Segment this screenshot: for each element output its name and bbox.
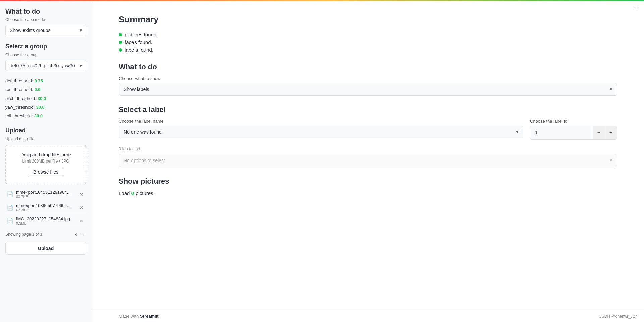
group-select[interactable]: det0.75_rec0.6_pitch30_yaw30_rol... [5, 60, 86, 71]
summary-list: pictures found. faces found. labels foun… [119, 31, 617, 53]
upload-section: Upload Upload a jpg file Drag and drop f… [5, 127, 86, 255]
file-icon-1: 📄 [7, 204, 13, 211]
load-count: 0 [131, 190, 134, 196]
label-id-wrapper: 1 − + [530, 126, 617, 140]
sidebar: What to do Choose the app mode Show exis… [0, 1, 92, 322]
group-select-wrapper: det0.75_rec0.6_pitch30_yaw30_rol... ▼ [5, 60, 86, 71]
sidebar-title: What to do [5, 8, 86, 15]
yaw-threshold-val: 30.0 [36, 103, 44, 112]
label-name-select[interactable]: No one was found [119, 126, 523, 138]
label-row: Choose the label name No one was found ▼… [119, 119, 617, 146]
file-icon-2: 📄 [7, 218, 13, 224]
load-text-post: pictures. [134, 190, 155, 196]
footer-streamlit-link[interactable]: Streamlit [140, 314, 159, 319]
select-label-title: Select a label [119, 105, 617, 114]
summary-text-2: labels found. [125, 47, 153, 53]
summary-item-1: faces found. [119, 39, 617, 45]
file-name-1: mmexport1639650779604.... [16, 203, 75, 208]
main-content: Summary pictures found. faces found. lab… [92, 1, 644, 322]
footer: Made with Streamlit [92, 310, 644, 322]
upload-button[interactable]: Upload [5, 242, 86, 255]
upload-heading: Upload [5, 127, 86, 134]
file-name-0: mmexport1645511291984.... [16, 190, 75, 195]
csdn-badge: CSDN @chenwr_727 [599, 314, 637, 319]
yaw-threshold-key: yaw_threshold: [5, 103, 35, 112]
label-id-value: 1 [530, 130, 593, 135]
no-options-select-wrapper: No options to select. ▼ [119, 154, 617, 167]
id-increment-button[interactable]: + [605, 126, 617, 139]
summary-item-0: pictures found. [119, 31, 617, 37]
load-text: Load 0 pictures. [119, 190, 617, 196]
id-decrement-button[interactable]: − [593, 126, 605, 139]
file-item-1: 📄 mmexport1639650779604.... 62.3KB ✕ [5, 201, 86, 214]
show-pictures-title: Show pictures [119, 177, 617, 186]
group-label: Choose the group [5, 53, 86, 57]
pagination-row: Showing page 1 of 3 ‹ › [5, 231, 86, 238]
pitch-threshold-key: pitch_threshold: [5, 94, 36, 103]
rec-threshold-key: rec_threshold: [5, 85, 33, 94]
browse-files-button[interactable]: Browse files [28, 167, 64, 177]
file-remove-1[interactable]: ✕ [78, 204, 85, 211]
label-name-col: Choose the label name No one was found ▼ [119, 119, 523, 146]
file-info-1: mmexport1639650779604.... 62.3KB [16, 203, 75, 212]
file-size-0: 63.7KB [16, 195, 75, 199]
load-text-pre: Load [119, 190, 131, 196]
rec-threshold-val: 0.6 [34, 85, 40, 94]
dropzone-main-text: Drag and drop files here [11, 152, 80, 157]
summary-title: Summary [119, 14, 617, 25]
upload-sublabel: Upload a jpg file [5, 137, 86, 141]
file-list: 📄 mmexport1645511291984.... 63.7KB ✕ 📄 m… [5, 188, 86, 228]
dropzone-sub-text: Limit 200MB per file • JPG [11, 159, 80, 164]
file-remove-2[interactable]: ✕ [78, 218, 85, 224]
top-bar [0, 0, 644, 1]
what-to-show-select-wrapper: Show labels Show faces Show pictures ▼ [119, 83, 617, 96]
threshold-row-roll: roll_threshold: 30.0 [5, 112, 86, 120]
choose-what-label: Choose what to show [119, 76, 617, 81]
no-options-select: No options to select. [119, 154, 617, 167]
file-item-0: 📄 mmexport1645511291984.... 63.7KB ✕ [5, 188, 86, 201]
what-to-show-select[interactable]: Show labels Show faces Show pictures [119, 83, 617, 96]
threshold-row-pitch: pitch_threshold: 30.0 [5, 94, 86, 103]
label-id-col: Choose the label id 1 − + [530, 119, 617, 140]
threshold-row-det: det_threshold: 0.75 [5, 77, 86, 85]
what-to-do-title: What to do [119, 63, 617, 71]
file-size-2: 9.3MB [16, 221, 75, 226]
file-info-2: IMG_20220227_154834.jpg 9.3MB [16, 216, 75, 226]
file-item-2: 📄 IMG_20220227_154834.jpg 9.3MB ✕ [5, 214, 86, 228]
page-buttons: ‹ › [73, 231, 86, 238]
label-name-select-wrapper: No one was found ▼ [119, 126, 523, 138]
summary-text-0: pictures found. [125, 31, 158, 37]
det-threshold-key: det_threshold: [5, 77, 33, 85]
threshold-row-yaw: yaw_threshold: 30.0 [5, 103, 86, 112]
det-threshold-val: 0.75 [34, 77, 43, 85]
bullet-dot-2 [119, 48, 122, 52]
file-name-2: IMG_20220227_154834.jpg [16, 216, 75, 221]
file-remove-0[interactable]: ✕ [78, 191, 85, 198]
summary-text-1: faces found. [125, 39, 152, 45]
label-name-label: Choose the label name [119, 119, 523, 124]
ids-found-text: 0 ids found. [119, 146, 617, 151]
dropzone[interactable]: Drag and drop files here Limit 200MB per… [5, 145, 86, 184]
summary-item-2: labels found. [119, 47, 617, 53]
bullet-dot-1 [119, 41, 122, 44]
file-icon-0: 📄 [7, 191, 13, 197]
hamburger-button[interactable]: ≡ [634, 5, 637, 12]
next-page-button[interactable]: › [80, 231, 86, 238]
roll-threshold-key: roll_threshold: [5, 112, 33, 120]
roll-threshold-val: 30.0 [34, 112, 43, 120]
threshold-list: det_threshold: 0.75 rec_threshold: 0.6 p… [5, 77, 86, 120]
pitch-threshold-val: 30.0 [38, 94, 46, 103]
select-group-heading: Select a group [5, 43, 86, 50]
prev-page-button[interactable]: ‹ [73, 231, 79, 238]
label-id-label: Choose the label id [530, 119, 617, 124]
app-mode-select-wrapper: Show exists groups Create new group Uplo… [5, 25, 86, 36]
file-info-0: mmexport1645511291984.... 63.7KB [16, 190, 75, 199]
app-mode-label: Choose the app mode [5, 17, 86, 22]
bullet-dot-0 [119, 33, 122, 36]
file-size-1: 62.3KB [16, 208, 75, 212]
threshold-row-rec: rec_threshold: 0.6 [5, 85, 86, 94]
footer-made-with: Made with [119, 314, 139, 319]
app-mode-select[interactable]: Show exists groups Create new group Uplo… [5, 25, 86, 36]
pagination-text: Showing page 1 of 3 [5, 232, 42, 237]
